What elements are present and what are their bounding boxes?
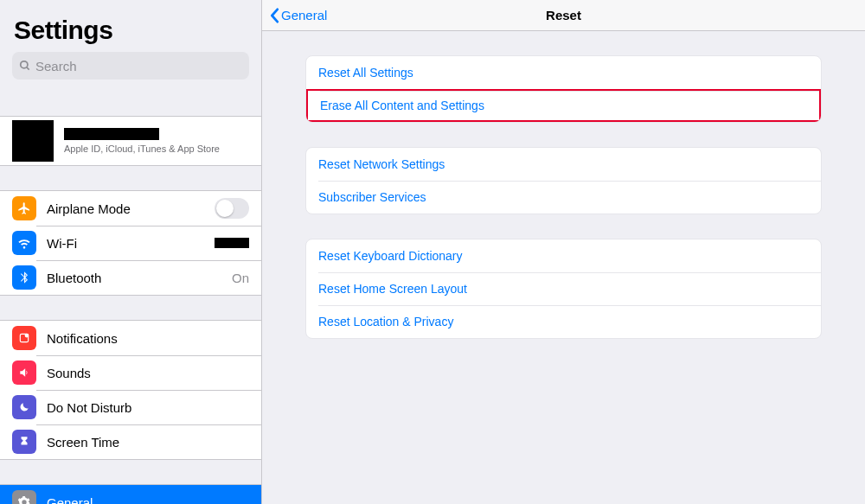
reset-network-settings[interactable]: Reset Network Settings xyxy=(306,148,821,181)
connectivity-group: Airplane Mode Wi-Fi Bluetooth On xyxy=(0,190,261,296)
erase-all-content[interactable]: Erase All Content and Settings xyxy=(306,89,821,122)
bluetooth-label: Bluetooth xyxy=(47,271,232,285)
profile-subtitle: Apple ID, iCloud, iTunes & App Store xyxy=(64,144,220,154)
reset-keyboard-dictionary[interactable]: Reset Keyboard Dictionary xyxy=(306,239,821,272)
reset-card-3: Reset Keyboard Dictionary Reset Home Scr… xyxy=(305,239,822,339)
dnd-label: Do Not Disturb xyxy=(47,400,249,415)
settings-title: Settings xyxy=(14,16,247,45)
sounds-icon xyxy=(12,360,36,385)
bluetooth-value: On xyxy=(232,271,249,285)
back-label: General xyxy=(281,8,327,22)
sounds-label: Sounds xyxy=(47,366,249,380)
hourglass-icon xyxy=(12,430,36,454)
search-placeholder: Search xyxy=(35,59,77,73)
wifi-icon xyxy=(12,231,36,255)
sidebar-header: Settings xyxy=(0,0,261,52)
search-container: Search xyxy=(0,52,261,88)
moon-icon xyxy=(12,395,36,419)
svg-point-0 xyxy=(21,61,28,68)
settings-sidebar: Settings Search Apple ID, iCloud, iTunes… xyxy=(0,0,262,504)
search-input[interactable]: Search xyxy=(12,52,249,80)
svg-line-1 xyxy=(27,67,29,70)
profile-group: Apple ID, iCloud, iTunes & App Store xyxy=(0,116,261,166)
back-button[interactable]: General xyxy=(262,8,327,23)
sounds-row[interactable]: Sounds xyxy=(0,355,261,390)
svg-point-3 xyxy=(25,334,29,338)
page-title: Reset xyxy=(262,8,865,22)
wifi-label: Wi-Fi xyxy=(47,236,215,251)
subscriber-services[interactable]: Subscriber Services xyxy=(306,181,821,214)
reset-card-1: Reset All Settings Erase All Content and… xyxy=(305,55,822,123)
bluetooth-icon xyxy=(12,265,36,290)
notifications-label: Notifications xyxy=(47,331,249,346)
reset-location-privacy[interactable]: Reset Location & Privacy xyxy=(306,305,821,338)
airplane-label: Airplane Mode xyxy=(47,201,215,216)
bluetooth-row[interactable]: Bluetooth On xyxy=(0,260,261,295)
general-row[interactable]: General xyxy=(0,485,261,504)
airplane-mode-row[interactable]: Airplane Mode xyxy=(0,191,261,226)
app-root: Settings Search Apple ID, iCloud, iTunes… xyxy=(0,0,865,504)
gear-icon xyxy=(12,490,36,504)
preferences-group: Notifications Sounds Do Not Disturb Scre… xyxy=(0,320,261,460)
notifications-row[interactable]: Notifications xyxy=(0,321,261,355)
airplane-toggle[interactable] xyxy=(215,198,249,219)
screen-time-label: Screen Time xyxy=(47,435,249,450)
general-label: General xyxy=(47,495,249,505)
wifi-value-redacted xyxy=(215,238,249,248)
airplane-icon xyxy=(12,196,36,220)
chevron-left-icon xyxy=(269,8,281,23)
reset-content: Reset All Settings Erase All Content and… xyxy=(262,31,865,504)
wifi-row[interactable]: Wi-Fi xyxy=(0,226,261,260)
reset-home-screen-layout[interactable]: Reset Home Screen Layout xyxy=(306,272,821,305)
general-group: General xyxy=(0,484,261,504)
search-icon xyxy=(19,60,31,72)
reset-all-settings[interactable]: Reset All Settings xyxy=(306,56,821,89)
do-not-disturb-row[interactable]: Do Not Disturb xyxy=(0,390,261,424)
detail-pane: General Reset Reset All Settings Erase A… xyxy=(262,0,865,504)
profile-name-redacted xyxy=(64,128,159,140)
reset-card-2: Reset Network Settings Subscriber Servic… xyxy=(305,147,822,214)
notifications-icon xyxy=(12,326,36,350)
profile-texts: Apple ID, iCloud, iTunes & App Store xyxy=(64,128,220,154)
avatar xyxy=(12,120,54,162)
navbar: General Reset xyxy=(262,0,865,31)
apple-id-row[interactable]: Apple ID, iCloud, iTunes & App Store xyxy=(0,117,261,165)
screen-time-row[interactable]: Screen Time xyxy=(0,424,261,459)
